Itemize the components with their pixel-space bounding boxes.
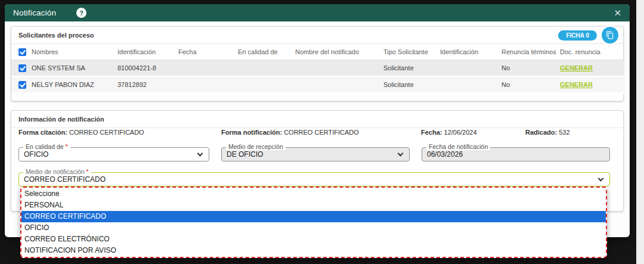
table-cell: Solicitante: [383, 76, 440, 93]
table-cell: [238, 60, 295, 76]
dropdown-option[interactable]: CORREO CERTIFICADO: [21, 211, 606, 222]
en-calidad-de-label: En calidad de: [26, 143, 66, 150]
medio-notificacion-label: Medio de notificación: [26, 168, 86, 175]
table-cell: [295, 76, 383, 93]
select-all-checkbox[interactable]: [18, 48, 26, 56]
col-renuncia-terminos: Renuncia términos: [501, 44, 560, 60]
fecha-notificacion-label: Fecha de notificación: [426, 143, 490, 150]
table-row: ONE SYSTEM SA810004221-8SolicitanteNoGEN…: [11, 60, 624, 76]
forma-notificacion: Forma notificación: CORREO CERTIFICADO: [221, 129, 359, 136]
close-icon[interactable]: ✕: [614, 8, 621, 17]
medio-recepcion-label: Medio de recepción: [226, 143, 286, 150]
generar-link[interactable]: GENERAR: [560, 64, 593, 72]
col-tipo-solicitante: Tipo Solicitante: [383, 44, 440, 60]
radicado: Radicado: 532: [525, 129, 570, 136]
modal-title: Notificación: [13, 8, 56, 17]
forma-citacion: Forma citación: CORREO CERTIFICADO: [18, 129, 144, 136]
table-header-row: Nombres Identificación Fecha En calidad …: [11, 44, 624, 60]
col-nombre-notificado: Nombre del notificado: [295, 44, 383, 60]
table-cell: [295, 60, 383, 76]
copy-document-icon[interactable]: [602, 27, 618, 44]
row-checkbox[interactable]: [18, 64, 26, 72]
medio-notificacion-value: CORREO CERTIFICADO: [19, 173, 609, 186]
col-identificacion: Identificación: [117, 44, 178, 60]
notification-modal: Notificación ? ✕ Solicitantes del proces…: [5, 4, 630, 237]
informacion-title: Información de notificación: [18, 116, 104, 123]
informacion-panel-header: Información de notificación: [11, 111, 623, 128]
solicitantes-table: Nombres Identificación Fecha En calidad …: [11, 44, 624, 94]
table-cell: [440, 76, 501, 93]
table-cell: [440, 60, 501, 76]
medio-notificacion-select[interactable]: Medio de notificación * CORREO CERTIFICA…: [18, 172, 610, 187]
solicitantes-panel-header: Solicitantes del proceso FICHA 0: [11, 27, 623, 44]
required-asterisk: *: [66, 143, 68, 150]
en-calidad-de-select[interactable]: En calidad de * OFICIO: [18, 147, 209, 161]
col-doc-renuncia: Doc. renuncia: [560, 44, 624, 60]
page-right-strip: [636, 0, 644, 264]
table-cell: [178, 60, 238, 76]
table-cell: 37812892: [117, 76, 178, 93]
medio-recepcion-select[interactable]: Medio de recepción DE OFICIO: [221, 147, 410, 161]
table-cell: ONE SYSTEM SA: [32, 60, 117, 76]
dropdown-option[interactable]: CORREO ELECTRÓNICO: [21, 234, 606, 245]
dropdown-option[interactable]: PERSONAL: [21, 200, 606, 211]
fecha-notificacion-input[interactable]: Fecha de notificación 06/03/2026: [422, 147, 610, 161]
dropdown-option[interactable]: OFICIO: [21, 222, 606, 234]
table-cell: Solicitante: [383, 60, 440, 76]
solicitantes-title: Solicitantes del proceso: [18, 32, 94, 39]
fecha: Fecha: 12/06/2024: [421, 129, 477, 136]
col-fecha: Fecha: [178, 44, 238, 60]
table-cell: 810004221-8: [117, 60, 178, 76]
dropdown-option[interactable]: Seleccione: [21, 188, 606, 200]
help-icon[interactable]: ?: [76, 8, 86, 18]
table-cell: No: [501, 76, 560, 93]
generar-link[interactable]: GENERAR: [560, 81, 593, 88]
table-cell: NELSY PABON DIAZ: [32, 76, 117, 93]
modal-header: Notificación ? ✕: [5, 4, 630, 21]
screen: Notificación ? ✕ Solicitantes del proces…: [0, 0, 644, 264]
dropdown-option[interactable]: NOTIFICACION POR AVISO: [21, 245, 606, 256]
table-cell: [238, 76, 295, 93]
solicitantes-panel: Solicitantes del proceso FICHA 0 Nombres: [11, 26, 624, 101]
ficha-badge: FICHA 0: [558, 30, 597, 41]
row-checkbox[interactable]: [18, 81, 26, 89]
required-asterisk: *: [86, 168, 89, 175]
medio-notificacion-dropdown: SeleccionePERSONALCORREO CERTIFICADOOFIC…: [20, 187, 607, 258]
table-cell: No: [501, 60, 560, 76]
solicitantes-table-body: ONE SYSTEM SA810004221-8SolicitanteNoGEN…: [11, 60, 624, 93]
table-cell: [178, 76, 238, 93]
col-en-calidad-de: En calidad de: [238, 44, 295, 60]
col-identificacion-2: Identificación: [440, 44, 501, 60]
col-nombres: Nombres: [32, 44, 117, 60]
table-row: NELSY PABON DIAZ37812892SolicitanteNoGEN…: [11, 76, 624, 93]
